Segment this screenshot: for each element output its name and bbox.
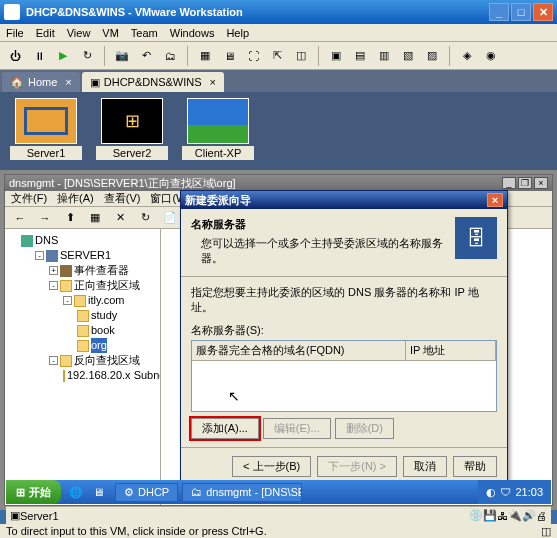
- folder-icon: [60, 280, 72, 292]
- menu-vm[interactable]: VM: [102, 27, 119, 39]
- restore-button[interactable]: ❐: [518, 177, 532, 189]
- tb-g-button[interactable]: ◉: [480, 45, 502, 67]
- thumb-label: Server2: [96, 146, 168, 160]
- tab-dhcpdnswins[interactable]: ▣ DHCP&DNS&WINS ×: [82, 72, 224, 92]
- device-cd-icon[interactable]: 💿: [469, 509, 483, 522]
- tree-fwdzone[interactable]: -正向查找区域: [49, 278, 158, 293]
- tree-zone-itly[interactable]: -itly.com: [63, 293, 158, 308]
- show-hide-button[interactable]: ▦: [84, 207, 106, 229]
- thumb-label: Server1: [10, 146, 82, 160]
- dialog-titlebar[interactable]: 新建委派向导 ×: [181, 191, 507, 209]
- maximize-button[interactable]: □: [511, 3, 531, 21]
- power-off-button[interactable]: ⏻: [4, 45, 26, 67]
- menu-file[interactable]: File: [6, 27, 24, 39]
- dns-menu-file[interactable]: 文件(F): [11, 191, 47, 206]
- delete-button[interactable]: ✕: [109, 207, 131, 229]
- revert-button[interactable]: ↶: [135, 45, 157, 67]
- device-printer-icon[interactable]: 🖨: [536, 510, 547, 522]
- col-ip[interactable]: IP 地址: [406, 341, 496, 360]
- tray-icon[interactable]: 🛡: [500, 486, 511, 498]
- show-summary-button[interactable]: ▦: [194, 45, 216, 67]
- tab-close-icon[interactable]: ×: [65, 76, 71, 88]
- collapse-icon[interactable]: -: [35, 251, 44, 260]
- device-sound-icon[interactable]: 🔊: [522, 509, 536, 522]
- reset-button[interactable]: ↻: [76, 45, 98, 67]
- collapse-icon[interactable]: -: [49, 356, 58, 365]
- tree-dns-root[interactable]: DNS: [21, 233, 158, 248]
- unity-button[interactable]: ◫: [290, 45, 312, 67]
- tb-a-button[interactable]: ▣: [325, 45, 347, 67]
- help-button[interactable]: 帮助: [453, 456, 497, 477]
- device-usb-icon[interactable]: 🔌: [508, 509, 522, 522]
- folder-icon: [77, 325, 89, 337]
- minimize-button[interactable]: _: [489, 3, 509, 21]
- col-fqdn[interactable]: 服务器完全合格的域名(FQDN): [192, 341, 406, 360]
- device-floppy-icon[interactable]: 💾: [483, 509, 497, 522]
- expand-icon[interactable]: +: [49, 266, 58, 275]
- dialog-close-button[interactable]: ×: [487, 193, 503, 207]
- tree-study[interactable]: study: [77, 308, 158, 323]
- play-button[interactable]: ▶: [52, 45, 74, 67]
- server-icon: [46, 250, 58, 262]
- export-button[interactable]: 📄: [159, 207, 181, 229]
- tb-c-button[interactable]: ▥: [373, 45, 395, 67]
- menu-view[interactable]: View: [67, 27, 91, 39]
- dns-menu-action[interactable]: 操作(A): [57, 191, 94, 206]
- thumb-screen: [187, 98, 249, 144]
- menu-edit[interactable]: Edit: [36, 27, 55, 39]
- refresh-button[interactable]: ↻: [134, 207, 156, 229]
- cancel-button[interactable]: 取消: [403, 456, 447, 477]
- task-dnsmgmt[interactable]: 🗂dnsmgmt - [DNS\SERV...: [182, 483, 302, 502]
- vmware-logo-icon: ◫: [541, 525, 551, 538]
- tree-eventlog[interactable]: +事件查看器: [49, 263, 158, 278]
- collapse-icon[interactable]: -: [63, 296, 72, 305]
- menu-help[interactable]: Help: [226, 27, 249, 39]
- tree-server[interactable]: -SERVER1: [35, 248, 158, 263]
- show-console-button[interactable]: 🖥: [218, 45, 240, 67]
- close-button[interactable]: ✕: [533, 3, 553, 21]
- tb-f-button[interactable]: ◈: [456, 45, 478, 67]
- menu-windows[interactable]: Windows: [170, 27, 215, 39]
- back-button[interactable]: ←: [9, 207, 31, 229]
- tree-revzone[interactable]: -反向查找区域: [49, 353, 158, 368]
- vmware-menubar: File Edit View VM Team Windows Help: [0, 24, 557, 42]
- back-button[interactable]: < 上一步(B): [232, 456, 311, 477]
- folder-icon: [77, 340, 89, 352]
- up-button[interactable]: ⬆: [59, 207, 81, 229]
- start-button[interactable]: ⊞ 开始: [6, 480, 61, 504]
- nameservers-list[interactable]: 服务器完全合格的域名(FQDN) IP 地址: [191, 340, 497, 412]
- tab-close-icon[interactable]: ×: [210, 76, 216, 88]
- vm-thumb-server2[interactable]: ⊞ Server2: [92, 98, 172, 164]
- device-net-icon[interactable]: 🖧: [497, 510, 508, 522]
- fullscreen-button[interactable]: ⛶: [242, 45, 264, 67]
- home-icon: 🏠: [10, 76, 24, 89]
- tab-home[interactable]: 🏠 Home ×: [2, 72, 80, 92]
- system-tray[interactable]: ◐ 🛡 21:03: [478, 480, 551, 504]
- tb-b-button[interactable]: ▤: [349, 45, 371, 67]
- collapse-icon[interactable]: -: [49, 281, 58, 290]
- snapshot-button[interactable]: 📷: [111, 45, 133, 67]
- tree-org[interactable]: org: [77, 338, 158, 353]
- dns-menu-view[interactable]: 查看(V): [104, 191, 141, 206]
- task-dhcp[interactable]: ⚙DHCP: [115, 483, 178, 502]
- manage-snapshot-button[interactable]: 🗂: [159, 45, 181, 67]
- tree-book[interactable]: book: [77, 323, 158, 338]
- fwd-button[interactable]: →: [34, 207, 56, 229]
- quicklaunch-desktop-icon[interactable]: 🖥: [87, 481, 109, 503]
- minimize-button[interactable]: _: [502, 177, 516, 189]
- tb-d-button[interactable]: ▧: [397, 45, 419, 67]
- vm-thumb-server1[interactable]: Server1: [6, 98, 86, 164]
- tree-subnet[interactable]: 192.168.20.x Subnet: [63, 368, 158, 383]
- tray-icon[interactable]: ◐: [486, 486, 496, 499]
- close-button[interactable]: ×: [534, 177, 548, 189]
- vm-thumb-clientxp[interactable]: Client-XP: [178, 98, 258, 164]
- menu-team[interactable]: Team: [131, 27, 158, 39]
- zone-icon: [63, 370, 65, 382]
- quick-switch-button[interactable]: ⇱: [266, 45, 288, 67]
- quicklaunch-ie-icon[interactable]: 🌐: [65, 481, 87, 503]
- dns-tree[interactable]: DNS -SERVER1 +事件查看器 -正向查找区域 -itly.com: [5, 229, 161, 505]
- pause-button[interactable]: ⏸: [28, 45, 50, 67]
- add-button[interactable]: 添加(A)...: [191, 418, 259, 439]
- dns-icon: 🗂: [191, 486, 202, 498]
- tb-e-button[interactable]: ▨: [421, 45, 443, 67]
